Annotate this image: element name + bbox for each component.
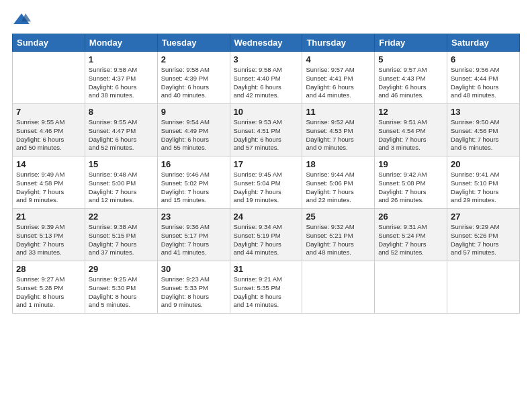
day-number: 7 xyxy=(16,107,81,117)
calendar-cell: 22Sunrise: 9:38 AMSunset: 5:15 PMDayligh… xyxy=(85,209,157,261)
cell-info: Sunrise: 9:32 AMSunset: 5:21 PMDaylight:… xyxy=(306,223,371,257)
weekday-sunday: Sunday xyxy=(13,34,85,52)
cell-info: Sunrise: 9:23 AMSunset: 5:33 PMDaylight:… xyxy=(161,275,226,310)
cell-info: Sunrise: 9:41 AMSunset: 5:10 PMDaylight:… xyxy=(451,171,516,205)
day-number: 5 xyxy=(378,54,443,64)
cell-info: Sunrise: 9:44 AMSunset: 5:06 PMDaylight:… xyxy=(306,171,371,205)
cell-info: Sunrise: 9:49 AMSunset: 4:58 PMDaylight:… xyxy=(16,171,81,205)
page: SundayMondayTuesdayWednesdayThursdayFrid… xyxy=(0,0,532,411)
calendar-cell: 7Sunrise: 9:55 AMSunset: 4:46 PMDaylight… xyxy=(13,104,85,156)
week-row-2: 14Sunrise: 9:49 AMSunset: 4:58 PMDayligh… xyxy=(13,156,520,209)
day-number: 25 xyxy=(306,212,371,222)
cell-info: Sunrise: 9:54 AMSunset: 4:49 PMDaylight:… xyxy=(161,118,226,152)
day-number: 28 xyxy=(16,264,81,274)
day-number: 13 xyxy=(451,107,516,117)
calendar-cell: 11Sunrise: 9:52 AMSunset: 4:53 PMDayligh… xyxy=(302,104,375,156)
day-number: 30 xyxy=(161,264,226,274)
calendar-cell: 4Sunrise: 9:57 AMSunset: 4:41 PMDaylight… xyxy=(302,52,375,104)
day-number: 8 xyxy=(89,107,154,117)
weekday-tuesday: Tuesday xyxy=(157,34,230,52)
calendar-cell: 19Sunrise: 9:42 AMSunset: 5:08 PMDayligh… xyxy=(375,156,447,209)
week-row-3: 21Sunrise: 9:39 AMSunset: 5:13 PMDayligh… xyxy=(13,209,520,261)
calendar-cell: 2Sunrise: 9:58 AMSunset: 4:39 PMDaylight… xyxy=(157,52,230,104)
calendar-cell: 17Sunrise: 9:45 AMSunset: 5:04 PMDayligh… xyxy=(230,156,302,209)
calendar-cell: 12Sunrise: 9:51 AMSunset: 4:54 PMDayligh… xyxy=(375,104,447,156)
day-number: 4 xyxy=(306,54,371,64)
cell-info: Sunrise: 9:46 AMSunset: 5:02 PMDaylight:… xyxy=(161,171,226,205)
cell-info: Sunrise: 9:36 AMSunset: 5:17 PMDaylight:… xyxy=(161,223,226,257)
calendar-cell: 5Sunrise: 9:57 AMSunset: 4:43 PMDaylight… xyxy=(375,52,447,104)
day-number: 26 xyxy=(378,212,443,222)
week-row-1: 7Sunrise: 9:55 AMSunset: 4:46 PMDaylight… xyxy=(13,104,520,156)
logo xyxy=(12,12,34,27)
cell-info: Sunrise: 9:51 AMSunset: 4:54 PMDaylight:… xyxy=(378,118,443,152)
cell-info: Sunrise: 9:55 AMSunset: 4:46 PMDaylight:… xyxy=(16,118,81,152)
day-number: 29 xyxy=(89,264,154,274)
weekday-friday: Friday xyxy=(375,34,447,52)
cell-info: Sunrise: 9:31 AMSunset: 5:24 PMDaylight:… xyxy=(378,223,443,257)
day-number: 17 xyxy=(234,159,299,169)
calendar-cell: 6Sunrise: 9:56 AMSunset: 4:44 PMDaylight… xyxy=(447,52,520,104)
day-number: 21 xyxy=(16,212,81,222)
day-number: 12 xyxy=(378,107,443,117)
calendar-cell: 24Sunrise: 9:34 AMSunset: 5:19 PMDayligh… xyxy=(230,209,302,261)
calendar-cell: 27Sunrise: 9:29 AMSunset: 5:26 PMDayligh… xyxy=(447,209,520,261)
cell-info: Sunrise: 9:57 AMSunset: 4:41 PMDaylight:… xyxy=(306,66,371,100)
day-number: 15 xyxy=(89,159,154,169)
cell-info: Sunrise: 9:50 AMSunset: 4:56 PMDaylight:… xyxy=(451,118,516,152)
calendar-cell: 25Sunrise: 9:32 AMSunset: 5:21 PMDayligh… xyxy=(302,209,375,261)
calendar-cell: 14Sunrise: 9:49 AMSunset: 4:58 PMDayligh… xyxy=(13,156,85,209)
day-number: 20 xyxy=(451,159,516,169)
header xyxy=(12,12,520,27)
cell-info: Sunrise: 9:45 AMSunset: 5:04 PMDaylight:… xyxy=(234,171,299,205)
day-number: 24 xyxy=(234,212,299,222)
cell-info: Sunrise: 9:56 AMSunset: 4:44 PMDaylight:… xyxy=(451,66,516,100)
logo-icon xyxy=(12,12,31,27)
calendar-cell: 23Sunrise: 9:36 AMSunset: 5:17 PMDayligh… xyxy=(157,209,230,261)
cell-info: Sunrise: 9:52 AMSunset: 4:53 PMDaylight:… xyxy=(306,118,371,152)
day-number: 31 xyxy=(234,264,299,274)
cell-info: Sunrise: 9:39 AMSunset: 5:13 PMDaylight:… xyxy=(16,223,81,257)
weekday-saturday: Saturday xyxy=(447,34,520,52)
cell-info: Sunrise: 9:27 AMSunset: 5:28 PMDaylight:… xyxy=(16,275,81,310)
day-number: 10 xyxy=(234,107,299,117)
cell-info: Sunrise: 9:58 AMSunset: 4:40 PMDaylight:… xyxy=(234,66,299,100)
calendar-cell: 29Sunrise: 9:25 AMSunset: 5:30 PMDayligh… xyxy=(85,261,157,314)
weekday-header-row: SundayMondayTuesdayWednesdayThursdayFrid… xyxy=(13,34,520,52)
day-number: 3 xyxy=(234,54,299,64)
cell-info: Sunrise: 9:58 AMSunset: 4:39 PMDaylight:… xyxy=(161,66,226,100)
week-row-4: 28Sunrise: 9:27 AMSunset: 5:28 PMDayligh… xyxy=(13,261,520,314)
cell-info: Sunrise: 9:55 AMSunset: 4:47 PMDaylight:… xyxy=(89,118,154,152)
day-number: 18 xyxy=(306,159,371,169)
calendar-cell: 16Sunrise: 9:46 AMSunset: 5:02 PMDayligh… xyxy=(157,156,230,209)
calendar-cell: 20Sunrise: 9:41 AMSunset: 5:10 PMDayligh… xyxy=(447,156,520,209)
weekday-thursday: Thursday xyxy=(302,34,375,52)
calendar-cell xyxy=(375,261,447,314)
calendar-cell: 15Sunrise: 9:48 AMSunset: 5:00 PMDayligh… xyxy=(85,156,157,209)
cell-info: Sunrise: 9:21 AMSunset: 5:35 PMDaylight:… xyxy=(234,275,299,310)
day-number: 11 xyxy=(306,107,371,117)
cell-info: Sunrise: 9:42 AMSunset: 5:08 PMDaylight:… xyxy=(378,171,443,205)
cell-info: Sunrise: 9:34 AMSunset: 5:19 PMDaylight:… xyxy=(234,223,299,257)
day-number: 27 xyxy=(451,212,516,222)
weekday-wednesday: Wednesday xyxy=(230,34,302,52)
cell-info: Sunrise: 9:53 AMSunset: 4:51 PMDaylight:… xyxy=(234,118,299,152)
day-number: 1 xyxy=(89,54,154,64)
week-row-0: 1Sunrise: 9:58 AMSunset: 4:37 PMDaylight… xyxy=(13,52,520,104)
calendar-cell: 9Sunrise: 9:54 AMSunset: 4:49 PMDaylight… xyxy=(157,104,230,156)
cell-info: Sunrise: 9:57 AMSunset: 4:43 PMDaylight:… xyxy=(378,66,443,100)
day-number: 16 xyxy=(161,159,226,169)
calendar-cell: 3Sunrise: 9:58 AMSunset: 4:40 PMDaylight… xyxy=(230,52,302,104)
day-number: 9 xyxy=(161,107,226,117)
day-number: 22 xyxy=(89,212,154,222)
weekday-monday: Monday xyxy=(85,34,157,52)
calendar-cell: 31Sunrise: 9:21 AMSunset: 5:35 PMDayligh… xyxy=(230,261,302,314)
cell-info: Sunrise: 9:38 AMSunset: 5:15 PMDaylight:… xyxy=(89,223,154,257)
calendar-cell: 26Sunrise: 9:31 AMSunset: 5:24 PMDayligh… xyxy=(375,209,447,261)
calendar-cell: 8Sunrise: 9:55 AMSunset: 4:47 PMDaylight… xyxy=(85,104,157,156)
calendar-cell: 30Sunrise: 9:23 AMSunset: 5:33 PMDayligh… xyxy=(157,261,230,314)
calendar-cell xyxy=(13,52,85,104)
cell-info: Sunrise: 9:48 AMSunset: 5:00 PMDaylight:… xyxy=(89,171,154,205)
calendar-cell xyxy=(302,261,375,314)
calendar-cell xyxy=(447,261,520,314)
